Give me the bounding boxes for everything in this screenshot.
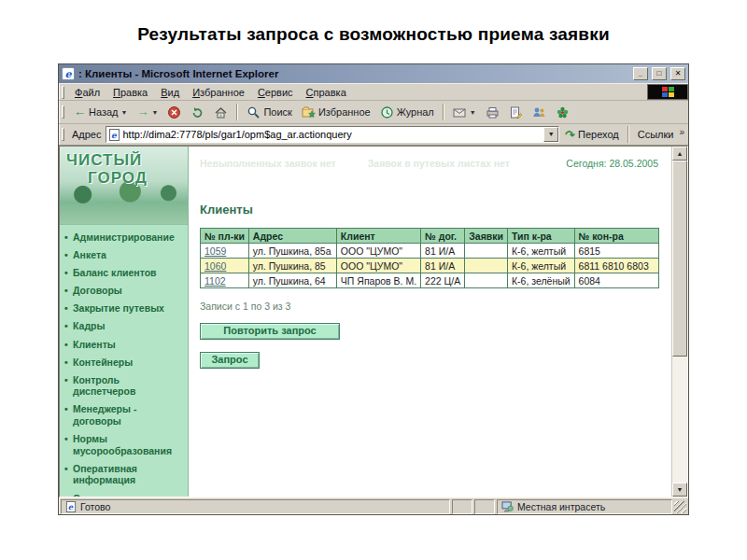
status-spacer-panel [452, 499, 472, 514]
sidebar-item-anketa[interactable]: Анкета [64, 249, 185, 261]
print-button[interactable] [482, 104, 503, 121]
menu-favorites[interactable]: Избранное [186, 85, 251, 100]
edit-icon [509, 105, 523, 119]
status-ready-text: Готово [80, 501, 110, 512]
sidebar-item-kontrol[interactable]: Контроль диспетчеров [64, 374, 185, 398]
go-arrow-icon: ↷ [565, 128, 575, 142]
cell-contract: 222 Ц/А [421, 273, 465, 288]
drag-handle[interactable] [62, 86, 64, 99]
back-label: Назад [89, 106, 119, 118]
scroll-thumb[interactable] [672, 161, 687, 357]
messenger-button[interactable] [529, 104, 550, 121]
home-button[interactable] [210, 104, 232, 121]
menu-help[interactable]: Справка [300, 85, 353, 100]
sidebar-menu: Администрирование Анкета Баланс клиентов… [60, 225, 188, 497]
search-button[interactable]: Поиск [243, 104, 295, 121]
platform-link[interactable]: 1102 [204, 275, 226, 287]
sidebar-item-balans[interactable]: Баланс клиентов [64, 267, 185, 279]
back-arrow-icon: ← [74, 106, 86, 118]
menu-view[interactable]: Вид [154, 85, 186, 100]
stop-button[interactable] [163, 104, 185, 121]
links-chevron-icon[interactable]: » [679, 127, 684, 137]
drag-handle[interactable] [62, 105, 64, 119]
resize-grip[interactable] [674, 501, 686, 513]
sidebar-item-otchety[interactable]: Отчеты [64, 493, 185, 497]
refresh-button[interactable] [187, 104, 208, 121]
sidebar-item-operativnaya[interactable]: Оперативная информация [64, 463, 185, 486]
table-row: 1102 ул. Пушкина, 64 ЧП Япаров В. М. 222… [201, 273, 659, 288]
go-label: Переход [578, 129, 619, 140]
table-header-row: № пл-ки Адрес Клиент № дог. Заявки Тип к… [201, 229, 659, 244]
cell-container-no: 6811 6810 6803 [574, 259, 658, 273]
query-button[interactable]: Запрос [200, 352, 260, 369]
no-pending-requests-link[interactable]: Невыполненных заявок нет [200, 158, 336, 169]
menu-tools[interactable]: Сервис [251, 85, 300, 100]
sidebar-item-zakrytie[interactable]: Закрытие путевых [64, 302, 185, 315]
toolbar-separator [443, 104, 444, 120]
refresh-icon [190, 105, 204, 119]
forward-dropdown-icon[interactable]: ▼ [151, 109, 158, 116]
sidebar-item-menedzhery[interactable]: Менеджеры - договоры [64, 403, 185, 427]
sidebar-item-normy[interactable]: Нормы мусорообразования [64, 433, 185, 456]
status-zone-panel: Местная интрасеть [497, 499, 672, 514]
table-row-highlighted: 1060 ул. Пушкина, 85 ООО "ЦУМО" 81 И/А К… [201, 259, 659, 273]
cell-container-no: 6815 [574, 244, 658, 259]
browser-window: e : Клиенты - Microsoft Internet Explore… [58, 63, 689, 515]
today-date: Сегодня: 28.05.2005 [566, 158, 662, 169]
mail-button[interactable]: ▼ [449, 104, 480, 121]
history-button[interactable]: Журнал [376, 104, 438, 121]
menu-edit[interactable]: Правка [106, 85, 154, 100]
sidebar-item-admin[interactable]: Администрирование [64, 231, 185, 244]
maximize-button[interactable]: □ [652, 67, 667, 80]
favorites-button[interactable]: Избранное [298, 104, 374, 121]
minimize-button[interactable]: _ [633, 67, 648, 80]
cell-container-no: 6084 [574, 273, 658, 288]
cell-address: ул. Пушкина, 85а [248, 244, 336, 259]
sidebar: ЧИСТЫЙ ГОРОД Администрирование Анкета Ба… [60, 147, 189, 497]
cell-client: ЧП Япаров В. М. [336, 273, 420, 288]
links-label[interactable]: Ссылки [636, 129, 676, 140]
clients-table: № пл-ки Адрес Клиент № дог. Заявки Тип к… [200, 228, 659, 288]
forward-button[interactable]: → ▼ [133, 105, 162, 119]
toolbar: ← Назад ▼ → ▼ [59, 101, 688, 124]
cell-contract: 81 И/А [421, 244, 465, 259]
logo-text-line2: ГОРОД [88, 169, 148, 188]
address-bar: Адрес e http://dima2:7778/pls/gar1/opm$a… [59, 124, 688, 146]
history-label: Журнал [397, 106, 434, 118]
favorites-icon [302, 105, 316, 119]
go-button[interactable]: ↷ Переход [563, 128, 621, 142]
close-button[interactable]: ✕ [670, 67, 685, 80]
address-input[interactable]: e http://dima2:7778/pls/gar1/opm$ag_ar.a… [106, 126, 560, 143]
drag-handle[interactable] [62, 128, 64, 141]
mail-dropdown-icon[interactable]: ▼ [470, 109, 476, 116]
cell-contract: 81 И/А [421, 259, 465, 273]
cell-requests [465, 259, 508, 273]
menu-file[interactable]: Файл [68, 85, 106, 100]
sidebar-item-klienty[interactable]: Клиенты [64, 339, 185, 351]
no-waybill-requests-link[interactable]: Заявок в путевых листах нет [368, 158, 510, 169]
windows-flag-icon [662, 87, 674, 97]
records-info: Записи с 1 по 3 из 3 [200, 301, 662, 312]
status-bar: e Готово Местная интрасеть [59, 497, 688, 514]
vertical-scrollbar[interactable]: ▲ ▼ [671, 147, 687, 497]
search-label: Поиск [263, 106, 291, 118]
cell-address: ул. Пушкина, 85 [248, 259, 336, 273]
platform-link[interactable]: 1059 [204, 245, 226, 257]
sidebar-item-konteinery[interactable]: Контейнеры [64, 357, 185, 369]
sidebar-item-kadry[interactable]: Кадры [64, 320, 185, 332]
back-dropdown-icon[interactable]: ▼ [121, 109, 128, 116]
toolbar-separator [627, 126, 629, 143]
col-header-platform: № пл-ки [201, 229, 249, 244]
flower-button[interactable] [552, 104, 573, 121]
scroll-up-button[interactable]: ▲ [672, 147, 687, 161]
search-icon [247, 105, 261, 119]
menu-bar: Файл Правка Вид Избранное Сервис Справка [59, 83, 688, 101]
back-button[interactable]: ← Назад ▼ [70, 105, 131, 119]
sidebar-item-dogovory[interactable]: Договоры [64, 285, 185, 297]
address-dropdown-icon[interactable]: ▼ [543, 127, 558, 142]
platform-link[interactable]: 1060 [204, 260, 226, 272]
edit-button[interactable] [505, 104, 527, 121]
repeat-query-button[interactable]: Повторить запрос [200, 323, 340, 340]
title-bar[interactable]: e : Клиенты - Microsoft Internet Explore… [59, 64, 688, 83]
scroll-down-button[interactable]: ▼ [672, 483, 687, 497]
